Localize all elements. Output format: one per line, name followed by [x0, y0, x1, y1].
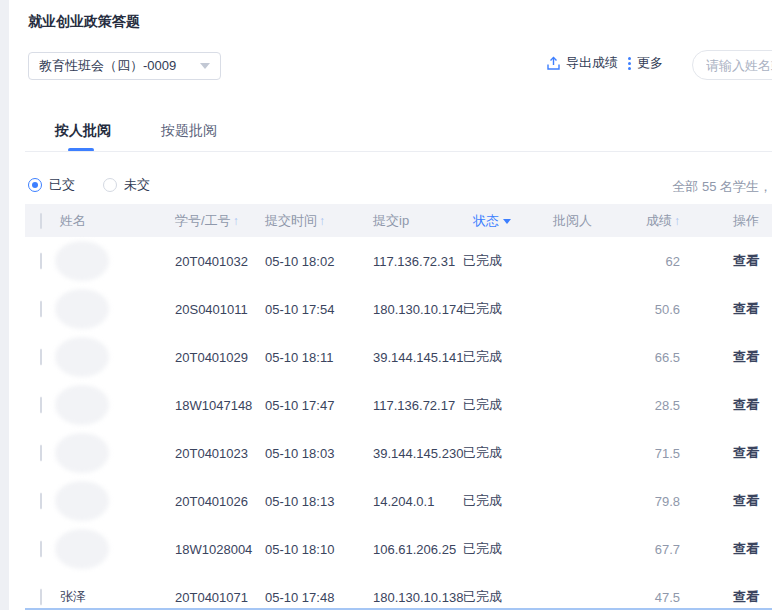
students-table: 姓名 学号/工号↑ 提交时间↑ 提交ip 状态 批阅人 成绩↑ 操作 20T04… [25, 204, 772, 610]
toolbar: 导出成绩 更多 [460, 48, 772, 84]
view-link[interactable]: 查看 [733, 396, 759, 414]
score-value: 47.5 [655, 590, 680, 605]
student-count-summary: 全部 55 名学生， [672, 178, 772, 196]
search-input[interactable] [706, 58, 772, 73]
radio-not-submitted-label: 未交 [124, 176, 150, 194]
view-link[interactable]: 查看 [733, 588, 759, 606]
export-scores-button[interactable]: 导出成绩 [546, 54, 618, 72]
student-id: 20S0401011 [175, 302, 248, 317]
more-button[interactable]: 更多 [628, 54, 663, 72]
redacted-name-avatar [55, 481, 109, 521]
score-value: 62 [666, 254, 680, 269]
score-value: 50.6 [655, 302, 680, 317]
table-row: 20S0401011 05-10 17:54 180.130.10.174 已完… [25, 285, 772, 333]
view-link[interactable]: 查看 [733, 492, 759, 510]
radio-unselected-icon [103, 178, 117, 192]
status-text: 已完成 [463, 252, 502, 270]
row-checkbox[interactable] [40, 253, 42, 270]
student-id: 18W1047148 [175, 398, 252, 413]
filter-row: 已交 未交 全部 55 名学生， [28, 176, 772, 196]
header-status-filter[interactable]: 状态 [473, 212, 511, 230]
student-name: 张泽 [60, 588, 86, 606]
submit-ip: 117.136.72.17 [373, 398, 455, 413]
search-box[interactable] [692, 50, 772, 80]
view-link[interactable]: 查看 [733, 252, 759, 270]
table-row: 20T0401026 05-10 18:13 14.204.0.1 已完成 79… [25, 477, 772, 525]
table-row: 20T0401023 05-10 18:03 39.144.145.230 已完… [25, 429, 772, 477]
chevron-down-icon [503, 219, 511, 224]
table-row: 18W1028004 05-10 18:10 106.61.206.25 已完成… [25, 525, 772, 573]
header-score[interactable]: 成绩↑ [646, 212, 680, 230]
redacted-name-avatar [55, 385, 109, 425]
redacted-name-avatar [55, 529, 109, 569]
status-text: 已完成 [463, 588, 502, 606]
export-icon [546, 56, 561, 71]
view-link[interactable]: 查看 [733, 348, 759, 366]
view-link[interactable]: 查看 [733, 444, 759, 462]
exam-review-page: 就业创业政策答题 教育性班会（四）-0009 导出成绩 更多 按人批阅 按题批阅 [0, 0, 772, 610]
header-submit-time[interactable]: 提交时间↑ [265, 212, 325, 230]
header-action: 操作 [733, 212, 759, 230]
header-student-id[interactable]: 学号/工号↑ [175, 212, 239, 230]
status-text: 已完成 [463, 492, 502, 510]
radio-submitted-label: 已交 [49, 176, 75, 194]
row-checkbox[interactable] [40, 397, 42, 414]
submit-ip: 106.61.206.25 [373, 542, 456, 557]
submission-filter: 已交 未交 [28, 176, 772, 194]
submit-time: 05-10 18:11 [265, 350, 333, 365]
table-body: 20T0401032 05-10 18:02 117.136.72.31 已完成… [25, 237, 772, 610]
submit-ip: 180.130.10.174 [373, 302, 463, 317]
table-row: 20T0401029 05-10 18:11 39.144.145.141 已完… [25, 333, 772, 381]
status-text: 已完成 [463, 396, 502, 414]
header-submit-ip: 提交ip [373, 212, 409, 230]
radio-submitted[interactable]: 已交 [28, 176, 75, 194]
submit-ip: 39.144.145.141 [373, 350, 463, 365]
row-checkbox[interactable] [40, 541, 42, 558]
submit-time: 05-10 17:54 [265, 302, 334, 317]
header-name: 姓名 [60, 212, 86, 230]
view-link[interactable]: 查看 [733, 300, 759, 318]
table-row: 20T0401032 05-10 18:02 117.136.72.31 已完成… [25, 237, 772, 285]
row-checkbox[interactable] [40, 445, 42, 462]
student-id: 20T0401023 [175, 446, 248, 461]
class-select-dropdown[interactable]: 教育性班会（四）-0009 [28, 52, 221, 80]
student-id: 20T0401032 [175, 254, 248, 269]
status-text: 已完成 [463, 348, 502, 366]
score-value: 79.8 [655, 494, 680, 509]
submit-ip: 14.204.0.1 [373, 494, 434, 509]
submit-ip: 39.144.145.230 [373, 446, 463, 461]
view-link[interactable]: 查看 [733, 540, 759, 558]
table-row: 18W1047148 05-10 17:47 117.136.72.17 已完成… [25, 381, 772, 429]
radio-not-submitted[interactable]: 未交 [103, 176, 150, 194]
submit-ip: 180.130.10.138 [373, 590, 463, 605]
student-id: 20T0401026 [175, 494, 248, 509]
table-row: 张泽 20T0401071 05-10 17:48 180.130.10.138… [25, 573, 772, 610]
tab-review-by-question[interactable]: 按题批阅 [161, 122, 217, 152]
chevron-down-icon [200, 63, 210, 69]
score-value: 71.5 [655, 446, 680, 461]
row-checkbox[interactable] [40, 349, 42, 366]
row-checkbox[interactable] [40, 301, 42, 318]
redacted-name-avatar [55, 241, 109, 281]
submit-ip: 117.136.72.31 [373, 254, 455, 269]
status-text: 已完成 [463, 540, 502, 558]
submit-time: 05-10 17:48 [265, 590, 334, 605]
status-text: 已完成 [463, 444, 502, 462]
radio-selected-icon [28, 178, 42, 192]
sort-asc-icon: ↑ [674, 214, 680, 228]
row-checkbox[interactable] [40, 493, 42, 510]
student-id: 20T0401029 [175, 350, 248, 365]
select-all-checkbox[interactable] [40, 212, 42, 229]
submit-time: 05-10 18:10 [265, 542, 334, 557]
page-title: 就业创业政策答题 [28, 13, 140, 31]
redacted-name-avatar [55, 433, 109, 473]
score-value: 28.5 [655, 398, 680, 413]
tabs-divider [25, 151, 772, 152]
redacted-name-avatar [55, 289, 109, 329]
table-header-row: 姓名 学号/工号↑ 提交时间↑ 提交ip 状态 批阅人 成绩↑ 操作 [25, 204, 772, 237]
row-checkbox[interactable] [40, 589, 42, 606]
student-id: 18W1028004 [175, 542, 252, 557]
submit-time: 05-10 18:03 [265, 446, 334, 461]
submit-time: 05-10 18:13 [265, 494, 334, 509]
score-value: 67.7 [655, 542, 680, 557]
